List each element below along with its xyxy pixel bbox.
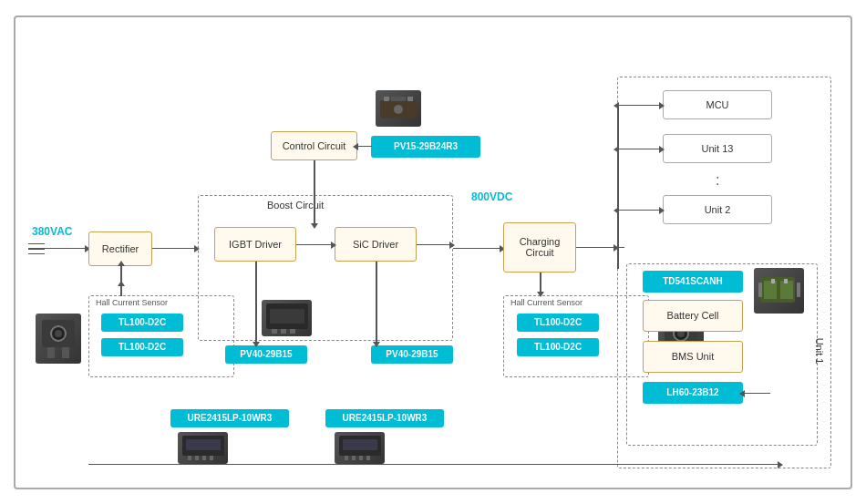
- svg-rect-23: [195, 456, 199, 460]
- mcu-box: MCU: [663, 90, 772, 119]
- arrowhead13: [118, 261, 125, 266]
- svg-rect-27: [343, 439, 377, 450]
- diagram-container: 380VAC Rectifier Boost Circuit IGBT Driv…: [14, 15, 852, 489]
- arrow-vert-right: [617, 105, 619, 269]
- hall-sensor-left-box: [88, 295, 234, 377]
- svg-rect-22: [188, 456, 191, 460]
- ure-right-component: [335, 432, 385, 464]
- arrow-control-igbt: [314, 160, 315, 227]
- svg-rect-38: [784, 279, 788, 283]
- arrowhead-bottom: [778, 461, 783, 468]
- arrow-lh60-bus: [743, 393, 770, 395]
- charging-circuit-box: Charging Circuit: [503, 222, 576, 273]
- svg-rect-28: [345, 456, 348, 460]
- lh60-label: LH60-23B12: [643, 382, 743, 404]
- arrowhead5: [353, 143, 358, 150]
- svg-rect-17: [272, 329, 277, 334]
- tl100-right2-label: TL100-D2C: [517, 338, 599, 356]
- tl100-left2-label: TL100-D2C: [101, 338, 183, 356]
- svg-rect-7: [62, 347, 69, 358]
- svg-rect-19: [290, 329, 295, 334]
- pv40-left-label: PV40-29B15: [225, 345, 307, 364]
- svg-point-9: [55, 330, 62, 337]
- arrowhead11: [253, 342, 260, 347]
- unit1-label: Unit 1: [814, 337, 825, 364]
- tl100-left1-label: TL100-D2C: [101, 314, 183, 332]
- boost-circuit-box: Boost Circuit: [198, 195, 453, 341]
- tl100-right1-label: TL100-D2C: [517, 314, 599, 332]
- voltage-bus-label: 800VDC: [471, 190, 512, 203]
- svg-rect-2: [407, 97, 413, 101]
- arrowhead10: [659, 207, 665, 214]
- svg-rect-3: [391, 97, 406, 101]
- arrow-to-mcu: [617, 105, 663, 107]
- arrowhead9: [659, 146, 665, 153]
- arrow-charging-right: [576, 247, 617, 249]
- svg-rect-21: [186, 439, 221, 450]
- unit2-box: Unit 2: [663, 195, 772, 224]
- svg-rect-25: [210, 456, 213, 460]
- arrowhead15: [449, 242, 455, 249]
- arrowhead8: [659, 102, 665, 109]
- arrow-input-rectifier: [45, 248, 88, 250]
- arrow-rect-boost: [152, 248, 198, 250]
- pv40-right-label: PV40-29B15: [371, 345, 453, 364]
- arrowhead16: [537, 292, 544, 297]
- arrowhead-lh60: [739, 390, 745, 397]
- svg-rect-30: [359, 456, 363, 460]
- arrowhead4: [311, 223, 318, 229]
- svg-rect-37: [771, 279, 775, 283]
- arrowhead-back2: [613, 146, 619, 153]
- svg-rect-31: [366, 456, 370, 460]
- voltage-input-label: 380VAC: [32, 225, 72, 238]
- arrow-bottom: [88, 464, 781, 466]
- ure-left-label: URE2415LP-10WR3: [170, 409, 289, 427]
- arrowhead-back1: [613, 102, 619, 109]
- arrow-to-unit1: [617, 247, 624, 249]
- td541-label: TD541SCANH: [643, 271, 743, 293]
- pv15-label: PV15-29B24R3: [371, 136, 480, 158]
- boost-circuit-label: Boost Circuit: [267, 200, 324, 211]
- svg-rect-6: [47, 347, 55, 358]
- arrow-igbt-pv40: [255, 262, 257, 345]
- hall-left-component: [36, 314, 81, 364]
- arrow-boost-charging: [453, 248, 503, 250]
- ure-right-label: URE2415LP-10WR3: [325, 409, 444, 427]
- arrow-sic-pv40: [376, 262, 377, 345]
- svg-point-4: [394, 105, 403, 114]
- dots-label: :: [716, 172, 719, 189]
- arrowhead-back3: [613, 207, 619, 214]
- hall-right-label: Hall Current Sensor: [510, 298, 582, 307]
- svg-rect-1: [384, 97, 389, 101]
- arrowhead14: [331, 242, 336, 249]
- unit13-box: Unit 13: [663, 134, 772, 163]
- sic-driver-box: SiC Driver: [335, 227, 417, 262]
- arrow-to-unit2: [617, 210, 663, 211]
- battery-cell-box: Battery Cell: [643, 300, 743, 332]
- arrowhead12: [373, 342, 380, 347]
- arrow-igbt-sic: [296, 244, 335, 246]
- svg-rect-16: [270, 309, 304, 324]
- svg-rect-29: [352, 456, 356, 460]
- hall-left-label: Hall Current Sensor: [96, 298, 168, 307]
- control-circuit-box: Control Circuit: [271, 131, 357, 160]
- arrow-to-unit13: [617, 149, 663, 150]
- battery-component: [754, 268, 804, 314]
- svg-rect-24: [202, 456, 206, 460]
- arrow-pv15-ctrl: [357, 146, 372, 148]
- igbt-driver-box: IGBT Driver: [214, 227, 296, 262]
- ure-left-component: [178, 432, 228, 464]
- arrow-sic-right: [417, 244, 453, 246]
- bms-unit-box: BMS Unit: [643, 341, 743, 373]
- arrow-rect-hall: [120, 264, 122, 296]
- pv40-left-component: [262, 300, 312, 336]
- svg-rect-18: [281, 329, 286, 334]
- svg-rect-33: [758, 283, 762, 297]
- pv15-component-img: [376, 90, 421, 127]
- svg-rect-34: [797, 283, 800, 297]
